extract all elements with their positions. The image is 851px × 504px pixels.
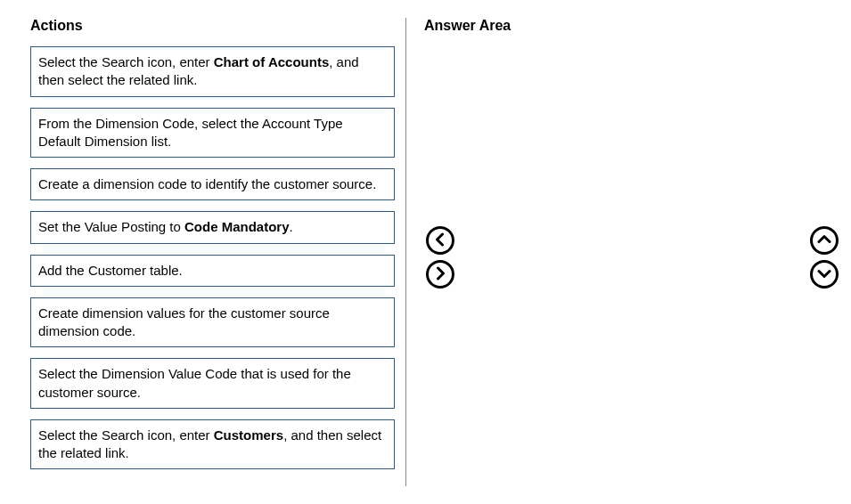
action-item[interactable]: Select the Dimension Value Code that is … [30, 358, 395, 409]
action-item[interactable]: Create a dimension code to identify the … [30, 168, 395, 200]
action-text-pre: Create dimension values for the customer… [38, 305, 330, 338]
action-text-bold: Customers [214, 427, 283, 443]
action-text-pre: Select the Dimension Value Code that is … [38, 366, 351, 399]
action-text-pre: Select the Search icon, enter [38, 427, 214, 443]
chevron-down-icon [817, 266, 831, 283]
answer-area-panel: Answer Area [406, 0, 851, 504]
chevron-right-icon [433, 266, 447, 283]
move-horizontal-controls [426, 226, 454, 289]
actions-panel: Actions Select the Search icon, enter Ch… [0, 0, 405, 504]
chevron-up-icon [817, 232, 831, 249]
chevron-left-icon [433, 232, 447, 249]
action-text-post: . [290, 219, 293, 234]
action-item[interactable]: Add the Customer table. [30, 255, 395, 287]
action-text-pre: Add the Customer table. [38, 263, 183, 278]
move-vertical-controls [810, 226, 839, 289]
action-text-pre: Select the Search icon, enter [38, 54, 214, 69]
action-text-pre: Create a dimension code to identify the … [38, 176, 376, 191]
action-item[interactable]: Set the Value Posting to Code Mandatory. [30, 211, 395, 243]
move-down-button[interactable] [810, 260, 839, 289]
answer-area-heading: Answer Area [424, 18, 840, 34]
actions-heading: Actions [30, 18, 395, 34]
action-item[interactable]: Create dimension values for the customer… [30, 297, 395, 348]
move-left-button[interactable] [426, 226, 454, 255]
action-text-pre: Set the Value Posting to [38, 219, 184, 234]
action-text-pre: From the Dimension Code, select the Acco… [38, 116, 343, 149]
action-item[interactable]: Select the Search icon, enter Chart of A… [30, 46, 395, 97]
move-right-button[interactable] [426, 260, 454, 289]
move-up-button[interactable] [810, 226, 839, 255]
action-text-bold: Chart of Accounts [214, 54, 329, 69]
action-text-bold: Code Mandatory [184, 219, 290, 234]
action-item[interactable]: Select the Search icon, enter Customers,… [30, 419, 395, 470]
action-item[interactable]: From the Dimension Code, select the Acco… [30, 108, 395, 159]
